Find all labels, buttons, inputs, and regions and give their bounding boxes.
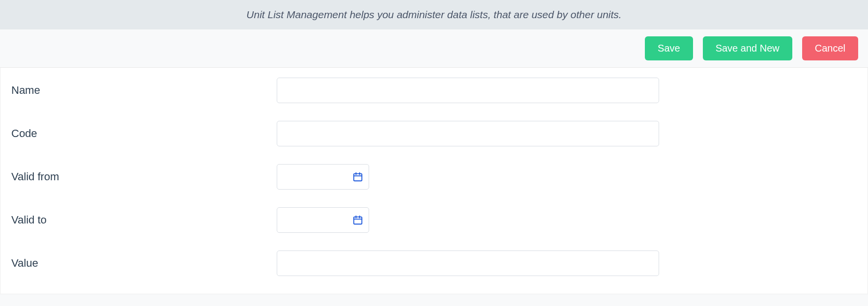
svg-rect-0 xyxy=(354,174,362,181)
form-row-valid-to: Valid to xyxy=(11,207,857,233)
form-row-valid-from: Valid from xyxy=(11,164,857,190)
cancel-button[interactable]: Cancel xyxy=(802,36,858,60)
value-field[interactable] xyxy=(277,250,659,276)
name-label: Name xyxy=(11,84,277,97)
form-row-name: Name xyxy=(11,78,857,103)
name-field[interactable] xyxy=(277,78,659,103)
code-field[interactable] xyxy=(277,121,659,146)
form-row-code: Code xyxy=(11,121,857,146)
valid-from-wrap xyxy=(277,164,369,190)
code-label: Code xyxy=(11,127,277,140)
valid-to-label: Valid to xyxy=(11,214,277,226)
info-banner-text: Unit List Management helps you administe… xyxy=(246,9,621,20)
calendar-icon xyxy=(352,215,363,225)
valid-from-label: Valid from xyxy=(11,170,277,183)
form-row-value: Value xyxy=(11,250,857,276)
info-banner: Unit List Management helps you administe… xyxy=(0,0,868,29)
svg-rect-4 xyxy=(354,217,362,224)
valid-from-calendar-button[interactable] xyxy=(350,169,365,184)
valid-to-wrap xyxy=(277,207,369,233)
save-button[interactable]: Save xyxy=(645,36,693,60)
valid-to-calendar-button[interactable] xyxy=(350,213,365,227)
save-and-new-button[interactable]: Save and New xyxy=(703,36,792,60)
form-area: Name Code Valid from Valid to xyxy=(0,68,868,294)
value-label: Value xyxy=(11,257,277,270)
calendar-icon xyxy=(352,171,363,182)
toolbar: Save Save and New Cancel xyxy=(0,29,868,68)
